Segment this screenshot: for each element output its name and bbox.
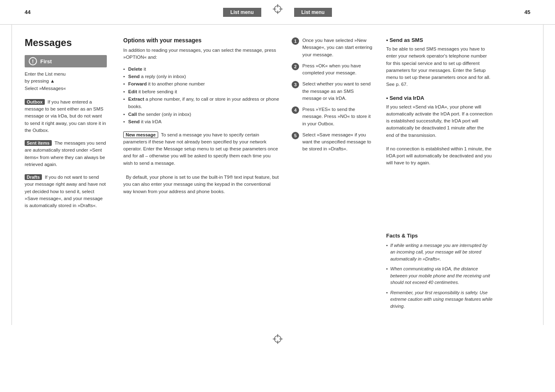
- step-text-3: Select whether you want to send the mess…: [302, 81, 374, 102]
- first-box-label: First: [40, 58, 52, 65]
- first-description: Enter the List menu by pressing ▲ Select…: [25, 71, 107, 92]
- first-box: ! First: [25, 55, 107, 67]
- list-item: Remember, your first responsibility is s…: [386, 289, 493, 310]
- send-sms-title: • Send as SMS: [386, 37, 493, 43]
- col-right: • Send as SMS To be able to send SMS mes…: [378, 37, 493, 313]
- step-num-4: 4: [292, 106, 299, 114]
- exclaim-icon: !: [29, 57, 37, 65]
- new-msg-label: New message: [123, 131, 158, 138]
- footer-crosshair: [0, 325, 555, 353]
- step-num-1: 1: [292, 37, 299, 45]
- list-item: 2 Press »OK« when you have completed you…: [292, 62, 374, 77]
- header-label-left: List menu: [223, 8, 261, 17]
- send-irda-text2: If no connection is established within 1…: [386, 145, 493, 167]
- list-item: Call the sender (only in inbox): [123, 111, 279, 118]
- col-middle: Options with your messages In addition t…: [115, 37, 288, 313]
- col-center-right: 1 Once you have selected »New Message«, …: [288, 37, 378, 313]
- facts-tips-list: If while writing a message you are inter…: [386, 242, 493, 310]
- outbox-label: Outbox: [25, 99, 45, 105]
- send-sms-text: To be able to send SMS messages you have…: [386, 46, 493, 88]
- list-item: When communicating via IrDA, the distanc…: [386, 265, 493, 286]
- divider-right: [543, 25, 543, 325]
- step-text-1: Once you have selected »New Message«, yo…: [302, 37, 374, 58]
- list-item: 3 Select whether you want to send the me…: [292, 81, 374, 102]
- outbox-para: Outbox If you have entered a message to …: [25, 99, 107, 134]
- header-label-right: List menu: [294, 8, 332, 17]
- list-item: Extract a phone number, if any, to call …: [123, 95, 279, 111]
- step-num-2: 2: [292, 63, 299, 70]
- drafts-label: Drafts: [25, 174, 42, 180]
- options-intro: In addition to reading your messages, yo…: [123, 47, 279, 61]
- facts-tips-title: Facts & Tips: [386, 233, 493, 239]
- page-number-left: 44: [25, 9, 30, 15]
- divider-left: [12, 25, 12, 325]
- list-item: Send it via IrDA: [123, 118, 279, 125]
- step-text-4: Press »YES« to send the message. Press »…: [302, 106, 374, 127]
- list-item: 5 Select »Save message« if you want the …: [292, 131, 374, 153]
- send-irda-title: • Send via IrDA: [386, 95, 493, 101]
- options-bullet-list: Delete it Send a reply (only in inbox) F…: [123, 65, 279, 126]
- send-irda-text1: If you select »Send via IrDA«, your phon…: [386, 104, 493, 139]
- sent-items-label: Sent items: [25, 140, 52, 146]
- list-item: Delete it: [123, 65, 279, 73]
- step-num-3: 3: [292, 81, 299, 88]
- list-item: Edit it before sending it: [123, 88, 279, 95]
- step-text-5: Select »Save message« if you want the un…: [302, 131, 374, 153]
- col-left: Messages ! First Enter the List menu by …: [25, 37, 115, 313]
- list-item: Forward it to another phone number: [123, 80, 279, 88]
- sent-items-para: Sent items The messages you send are aut…: [25, 140, 107, 168]
- new-msg-para: New message To send a message you have t…: [123, 131, 279, 195]
- numbered-steps: 1 Once you have selected »New Message«, …: [292, 37, 374, 153]
- header: 44 List menu List menu 45: [0, 0, 555, 25]
- main-content: Messages ! First Enter the List menu by …: [0, 25, 555, 325]
- list-item: If while writing a message you are inter…: [386, 242, 493, 263]
- list-item: Send a reply (only in inbox): [123, 73, 279, 80]
- facts-tips: Facts & Tips If while writing a message …: [386, 233, 493, 310]
- step-num-5: 5: [292, 132, 299, 139]
- list-item: 4 Press »YES« to send the message. Press…: [292, 106, 374, 127]
- crosshair-bottom-icon: [272, 333, 283, 345]
- section-title: Messages: [25, 37, 107, 48]
- drafts-para: Drafts If you do not want to send your m…: [25, 174, 107, 209]
- list-item: 1 Once you have selected »New Message«, …: [292, 37, 374, 58]
- page-number-right: 45: [525, 9, 530, 15]
- step-text-2: Press »OK« when you have completed your …: [302, 62, 374, 77]
- options-title: Options with your messages: [123, 37, 279, 44]
- crosshair-top-icon: [272, 3, 283, 15]
